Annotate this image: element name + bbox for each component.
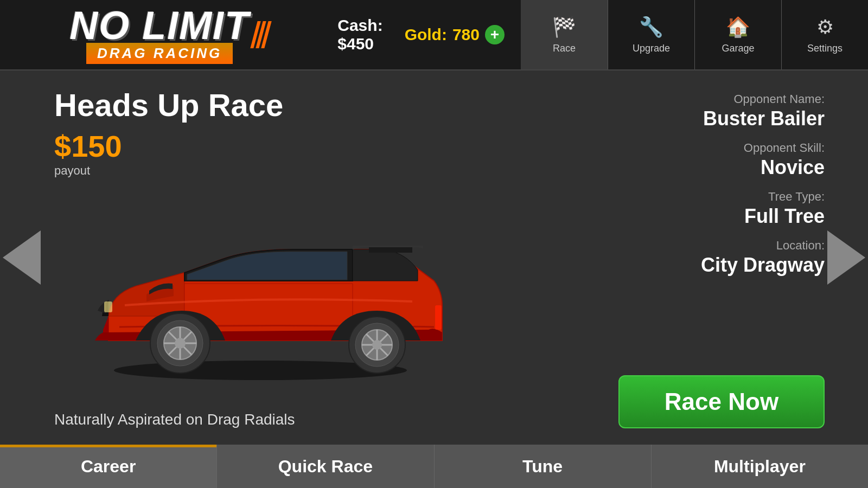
svg-rect-1: [104, 301, 112, 312]
upgrade-tab-label: Upgrade: [633, 43, 670, 54]
location-group: Location: City Dragway: [499, 239, 825, 277]
settings-tab-label: Settings: [807, 43, 843, 54]
garage-icon: 🏠: [726, 16, 750, 38]
left-arrow-icon: [3, 230, 41, 285]
settings-icon: ⚙: [816, 16, 834, 38]
payout-label: payout: [54, 164, 456, 178]
logo-decoration: [254, 21, 268, 48]
nav-race-tab[interactable]: 🏁 Race: [521, 0, 608, 69]
tree-type-value: Full Tree: [499, 205, 825, 228]
location-label: Location:: [499, 239, 825, 253]
svg-rect-18: [435, 305, 442, 330]
upgrade-icon: 🔧: [639, 16, 663, 38]
logo-title: NO LIMIT: [69, 6, 250, 45]
opponent-name-label: Opponent Name:: [499, 92, 825, 106]
multiplayer-tab[interactable]: Multiplayer: [652, 445, 868, 488]
opponent-skill-group: Opponent Skill: Novice: [499, 141, 825, 179]
prev-race-button[interactable]: [0, 225, 43, 290]
car-image: [65, 210, 445, 384]
add-gold-button[interactable]: +: [485, 25, 505, 44]
right-arrow-icon: [827, 230, 865, 285]
opponent-skill-label: Opponent Skill:: [499, 141, 825, 155]
location-value: City Dragway: [499, 254, 825, 277]
car-description: Naturally Aspirated on Drag Radials: [54, 411, 456, 428]
career-tab-label: Career: [81, 457, 136, 477]
race-tab-label: Race: [553, 43, 576, 54]
gold-value: 780: [452, 25, 480, 44]
quick-race-tab[interactable]: Quick Race: [217, 445, 434, 488]
logo-subtitle: DRAG RACING: [86, 43, 233, 64]
race-title: Heads Up Race: [54, 87, 456, 123]
nav-garage-tab[interactable]: 🏠 Garage: [694, 0, 781, 69]
race-info-right: Opponent Name: Buster Bailer Opponent Sk…: [488, 70, 868, 445]
payout-amount: $150: [54, 129, 456, 164]
opponent-skill-value: Novice: [499, 156, 825, 179]
logo: NO LIMIT DRAG RACING: [69, 6, 250, 64]
multiplayer-tab-label: Multiplayer: [714, 457, 806, 477]
opponent-name-group: Opponent Name: Buster Bailer: [499, 92, 825, 130]
opponent-info: Opponent Name: Buster Bailer Opponent Sk…: [499, 92, 825, 277]
logo-area: NO LIMIT DRAG RACING: [0, 1, 337, 69]
main-content: Heads Up Race $150 payout: [0, 70, 868, 445]
next-race-button[interactable]: [825, 225, 868, 290]
garage-tab-label: Garage: [722, 43, 754, 54]
nav-settings-tab[interactable]: ⚙ Settings: [781, 0, 868, 69]
tree-type-group: Tree Type: Full Tree: [499, 190, 825, 228]
gold-display: Gold: 780 +: [405, 25, 505, 44]
bottom-tabs: Career Quick Race Tune Multiplayer: [0, 445, 868, 488]
svg-point-17: [372, 340, 382, 350]
cash-value: $450: [337, 35, 374, 53]
gold-label: Gold:: [405, 25, 447, 44]
quick-race-tab-label: Quick Race: [278, 457, 373, 477]
race-now-button[interactable]: Race Now: [618, 375, 825, 428]
nav-area: 🏁 Race 🔧 Upgrade 🏠 Garage ⚙ Settings: [521, 0, 868, 69]
currency-area: Cash: $450 Gold: 780 +: [337, 16, 521, 53]
svg-point-9: [175, 338, 186, 349]
career-tab[interactable]: Career: [0, 445, 217, 488]
opponent-name-value: Buster Bailer: [499, 107, 825, 130]
car-display: [54, 189, 456, 406]
tune-tab[interactable]: Tune: [435, 445, 652, 488]
tree-type-label: Tree Type:: [499, 190, 825, 204]
race-icon: 🏁: [552, 16, 577, 38]
tune-tab-label: Tune: [522, 457, 563, 477]
nav-upgrade-tab[interactable]: 🔧 Upgrade: [608, 0, 694, 69]
race-info-left: Heads Up Race $150 payout: [0, 70, 488, 445]
cash-label: Cash:: [337, 16, 382, 34]
cash-display: Cash: $450: [337, 16, 382, 53]
top-bar: NO LIMIT DRAG RACING Cash: $450 Gold: 78…: [0, 0, 868, 70]
